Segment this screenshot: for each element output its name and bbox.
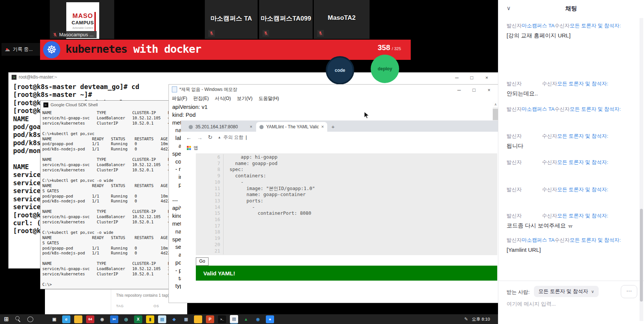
to-label: 수신자	[542, 159, 558, 165]
snipping-tool-taskbar-icon[interactable]: ✂	[110, 315, 118, 323]
cortana-taskbar-icon[interactable]	[26, 315, 34, 323]
menu-file[interactable]: 파일(F)	[172, 95, 187, 102]
menu-help[interactable]: 도움말(H)	[258, 95, 279, 102]
more-options-button[interactable]: ⋯	[621, 285, 637, 298]
reload-icon[interactable]: ↻	[208, 134, 213, 141]
audience-link[interactable]: 모든 토론자 및 참석자:	[557, 81, 608, 86]
validation-result-banner: Valid YAML!	[196, 266, 497, 281]
audience-link[interactable]: 모든 토론자 및 참석자:	[570, 237, 621, 243]
edge-taskbar-icon[interactable]: e	[62, 315, 70, 323]
chat-message: 발신자마소캠퍼스 TA수신자모든 토론자 및 참석자:	[507, 106, 633, 113]
page-total: / 325	[392, 46, 401, 51]
sender-link[interactable]: 마소캠퍼스 TA	[522, 106, 555, 112]
sticky-notes-taskbar-icon[interactable]: ▤	[158, 315, 166, 323]
menu-format[interactable]: 서식(O)	[215, 95, 231, 102]
start-taskbar-icon[interactable]: ⊞	[2, 315, 10, 323]
repo-tags-message: This repository contains 1 tag(s).	[116, 293, 176, 297]
browser-window[interactable]: 35.201.164.167:8080 × YAMLlint - The YAM…	[181, 120, 498, 290]
video-tile-ta099[interactable]: 마소캠퍼스TA099	[259, 0, 313, 39]
video-tile-masocampus[interactable]: MASO CAMPUS Actionable Content Masocampu…	[50, 0, 114, 39]
pen-icon[interactable]: ✎	[464, 317, 468, 322]
close-button[interactable]: ×	[484, 75, 489, 80]
participant-name: 마소캠퍼스 TA	[205, 14, 258, 23]
audience-link[interactable]: 모든 토론자 및 참석자:	[557, 213, 608, 218]
yaml-editor[interactable]: 6 7 8 9 10 11 12 13 14 15 16 17 18 19 20…	[196, 153, 497, 255]
cloud-sdk-shell-window[interactable]: C: Google Cloud SDK Shell NAME TYPE CLUS…	[40, 100, 170, 289]
tab-yamllint[interactable]: YAMLlint - The YAML Validator ×	[256, 122, 327, 132]
back-icon[interactable]: ←	[186, 134, 192, 141]
muted-mic-icon	[317, 30, 324, 37]
scroll-up-arrow[interactable]: ∧	[493, 101, 498, 107]
deploy-badge-label: deploy	[378, 66, 392, 71]
scrollbar-thumb[interactable]	[493, 109, 498, 120]
task-view-taskbar-icon[interactable]	[38, 315, 46, 323]
settings-taskbar-icon[interactable]: ◉	[98, 315, 106, 323]
vbox-64-taskbar-icon[interactable]: 64	[86, 315, 94, 323]
sender-link[interactable]: 마소캠퍼스 TA	[522, 23, 555, 28]
cmd-taskbar-icon[interactable]: >_	[218, 315, 226, 323]
participant-name: 마소캠퍼스TA099	[259, 14, 313, 23]
internet-explorer-taskbar-icon[interactable]: ◉	[254, 315, 262, 323]
muted-mic-icon	[208, 30, 215, 37]
putty-taskbar-icon[interactable]: ▦	[182, 315, 190, 323]
maximize-button[interactable]: □	[471, 87, 477, 93]
new-tab-button[interactable]: +	[331, 123, 335, 130]
audience-link[interactable]: 모든 토론자 및 참석자:	[557, 133, 608, 139]
excel-taskbar-icon[interactable]: X	[134, 315, 142, 323]
audience-link[interactable]: 모든 토론자 및 참석자:	[557, 187, 608, 192]
maximize-button[interactable]: □	[469, 75, 474, 80]
recipient-dropdown[interactable]: 모든 토론자 및 참석자 ∨	[534, 286, 599, 297]
message-body: [강의 교재 홈페이지 URL]	[507, 32, 633, 39]
audience-link[interactable]: 모든 토론자 및 참석자:	[570, 106, 621, 112]
notepad-taskbar-icon[interactable]: ▤	[230, 315, 238, 324]
close-button[interactable]: ×	[486, 87, 492, 93]
maps-taskbar-icon[interactable]: ◎	[122, 315, 130, 323]
minimize-button[interactable]: ─	[456, 87, 462, 93]
virtualbox-taskbar-icon[interactable]: ◆	[170, 315, 178, 323]
sdk-titlebar[interactable]: C: Google Cloud SDK Shell	[40, 101, 170, 109]
address-bar[interactable]: ▲ 주의 요함 |	[218, 134, 247, 141]
tab-close-icon[interactable]: ×	[321, 124, 324, 129]
menu-edit[interactable]: 편집(E)	[193, 95, 209, 102]
file-explorer-taskbar-icon[interactable]	[74, 315, 82, 323]
terminal-titlebar[interactable]: > root@k8s-master:~	[9, 73, 498, 82]
taskbar-clock[interactable]: 오후 8:10	[472, 317, 490, 322]
go-button[interactable]: Go	[196, 257, 209, 266]
cloud-sdk-taskbar-icon[interactable]: ▲	[242, 315, 250, 323]
search-taskbar-icon[interactable]	[14, 315, 22, 323]
video-tile-masota2[interactable]: MasoTA2	[314, 0, 370, 39]
forward-icon[interactable]: →	[197, 134, 203, 141]
logo-subtitle: Actionable Content	[73, 27, 93, 29]
notepad-titlebar[interactable]: *제목 없음 - Windows 메모장	[169, 85, 499, 94]
apps-grid-icon[interactable]	[187, 146, 191, 150]
docker-hub-fragment: This repository contains 1 tag(s). TAG O…	[45, 289, 187, 315]
apps-bookmark-label[interactable]: 앱	[194, 145, 198, 151]
audience-link[interactable]: 모든 토론자 및 참석자:	[557, 159, 608, 165]
recording-indicator[interactable]: ☁ 기록 중...	[1, 43, 40, 56]
message-body: 코드좀 다시 보여주세요 ㅠ	[507, 222, 633, 229]
message-body: 됩니다	[507, 143, 633, 150]
chat-panel: ∨ 채팅 발신자마소캠퍼스 TA수신자모든 토론자 및 참석자:[강의 교재 홈…	[498, 0, 644, 324]
from-label: 발신자	[507, 133, 522, 139]
line-numbers: 6 7 8 9 10 11 12 13 14 15 16 17 18 19 20…	[196, 154, 224, 254]
yellow-app-taskbar-icon[interactable]	[194, 315, 202, 323]
tab-close-icon[interactable]: ×	[250, 124, 252, 129]
audience-link[interactable]: 모든 토론자 및 참석자:	[570, 23, 621, 28]
kubernetes-logo-icon: ☸	[43, 41, 60, 58]
bookmarks-bar: 앱	[181, 143, 498, 153]
minimize-button[interactable]: ─	[454, 75, 459, 80]
powerpoint-taskbar-icon[interactable]: P	[206, 315, 214, 323]
store-taskbar-icon[interactable]: ▣	[50, 315, 58, 323]
menu-view[interactable]: 보기(V)	[237, 95, 253, 102]
tab-ip-8080[interactable]: 35.201.164.167:8080 ×	[185, 122, 256, 132]
muted-mic-icon	[53, 33, 57, 37]
video-tile-ta[interactable]: 마소캠퍼스 TA	[205, 0, 258, 39]
power-bi-taskbar-icon[interactable]: ▮	[146, 315, 154, 323]
sender-link[interactable]: 마소캠퍼스 TA	[522, 237, 555, 243]
yaml-code[interactable]: app: hi-goapp name: goapp-pod spec: cont…	[230, 154, 315, 248]
participant-label: Masocampus ...	[51, 31, 97, 38]
chat-scrollbar-thumb[interactable]	[640, 209, 643, 302]
zoom-taskbar-icon[interactable]: ●	[266, 315, 274, 323]
chat-message-input[interactable]: 여기에 메시지 입력...	[507, 301, 556, 308]
participant-name: Masocampus ...	[59, 32, 94, 37]
